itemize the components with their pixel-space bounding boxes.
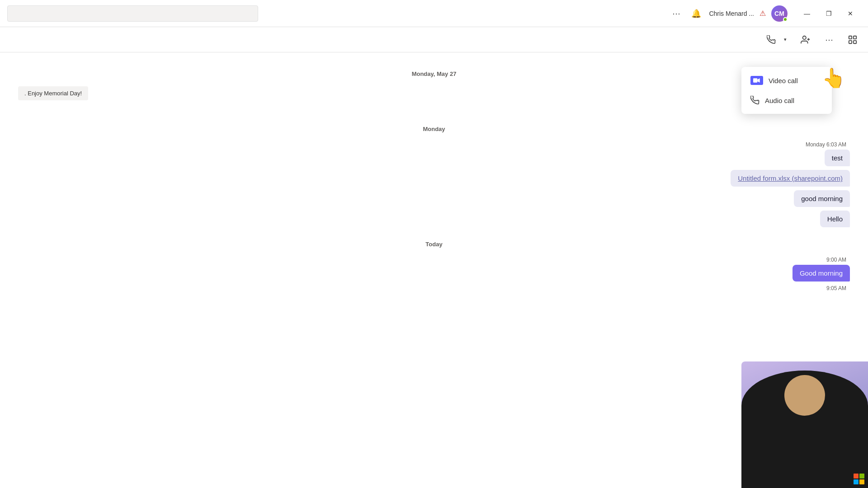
video-call-label: Video call (769, 77, 798, 84)
timestamp-905: 9:05 AM (826, 285, 850, 291)
person-head (784, 375, 825, 416)
message-group-goodmorning: good morning (18, 190, 850, 207)
message-group-hello: Hello (18, 211, 850, 227)
title-bar: ⋯ 🔔 Chris Menard ... ⚠ CM — ❐ ✕ (0, 0, 868, 27)
more-icon[interactable]: ⋯ (669, 6, 684, 21)
date-separator-may27: Monday, May 27 (18, 70, 850, 77)
message-group-905: 9:05 AM (18, 285, 850, 293)
audio-call-option[interactable]: Audio call (741, 90, 832, 110)
close-button[interactable]: ✕ (840, 6, 861, 21)
system-message-text: . Enjoy Memorial Day! (18, 86, 88, 100)
add-user-button[interactable] (797, 32, 814, 48)
system-message: . Enjoy Memorial Day! (18, 86, 850, 108)
svg-rect-5 (849, 40, 852, 43)
ms-logo (854, 474, 864, 484)
person-thumbnail (741, 361, 868, 488)
svg-rect-3 (849, 36, 852, 38)
message-good-morning-today: Good morning (793, 265, 850, 282)
avatar[interactable]: CM (771, 5, 788, 22)
call-button[interactable] (763, 32, 779, 48)
call-dropdown-menu: Video call Audio call (741, 67, 832, 114)
bell-icon[interactable]: 🔔 (689, 6, 703, 21)
title-bar-left (0, 5, 258, 22)
teams-grid-button[interactable] (844, 32, 861, 48)
search-bar[interactable] (7, 5, 258, 22)
message-test: test (825, 150, 850, 166)
toolbar: ▾ ⋯ (0, 27, 868, 52)
message-group-link: Untitled form.xlsx (sharepoint.com) (18, 170, 850, 187)
timestamp-monday: Monday 6:03 AM (806, 141, 850, 148)
window-controls: — ❐ ✕ (797, 6, 861, 21)
timestamp-900: 9:00 AM (826, 257, 850, 263)
message-hello: Hello (820, 211, 850, 227)
online-badge (783, 17, 788, 22)
message-group-monday: Monday 6:03 AM test (18, 141, 850, 166)
restore-button[interactable]: ❐ (818, 6, 839, 21)
svg-rect-6 (854, 40, 856, 43)
svg-marker-8 (757, 78, 760, 82)
svg-rect-4 (854, 36, 856, 38)
date-separator-monday: Monday (18, 126, 850, 132)
audio-call-icon (750, 96, 760, 105)
minimize-button[interactable]: — (797, 6, 817, 21)
video-call-option[interactable]: Video call (741, 70, 832, 90)
message-goodmorning: good morning (794, 190, 850, 207)
video-call-icon (750, 76, 763, 85)
svg-point-0 (803, 36, 806, 39)
today-section: Today 9:00 AM Good morning 9:05 AM (18, 241, 850, 293)
call-chevron[interactable]: ▾ (780, 32, 790, 48)
warning-icon: ⚠ (760, 9, 766, 18)
sharepoint-link[interactable]: Untitled form.xlsx (sharepoint.com) (731, 170, 850, 187)
audio-call-label: Audio call (765, 97, 794, 104)
chat-area: Monday, May 27 . Enjoy Memorial Day! Mon… (0, 52, 868, 488)
title-bar-right: ⋯ 🔔 Chris Menard ... ⚠ CM — ❐ ✕ (669, 5, 868, 22)
person-background (741, 361, 868, 488)
svg-rect-7 (753, 78, 757, 82)
call-dropdown: ▾ (763, 32, 790, 48)
message-group-900: 9:00 AM Good morning (18, 257, 850, 282)
user-name: Chris Menard ... (709, 10, 754, 17)
more-options-button[interactable]: ⋯ (821, 32, 837, 48)
date-separator-today: Today (18, 241, 850, 248)
